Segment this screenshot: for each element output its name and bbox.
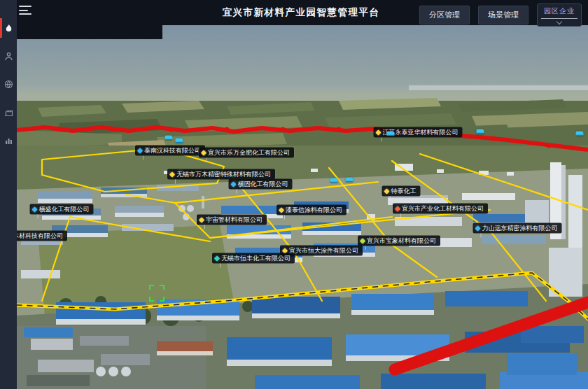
company-label[interactable]: 横盛化工有限公司 <box>30 204 94 215</box>
company-marker-icon <box>279 207 284 213</box>
company-label[interactable]: 宜兴市宝象材料有限公司 <box>358 236 440 246</box>
sidebar <box>0 0 17 389</box>
company-label-text: 宜兴市产业化工材料有限公司 <box>402 206 484 212</box>
company-label[interactable]: 横固化工有限公司 <box>229 179 293 190</box>
company-label[interactable]: 无锡市万木精密特殊材料有限公司 <box>167 169 275 180</box>
company-label-text: 宜兴市宝象材料有限公司 <box>367 238 436 244</box>
vehicle-marker[interactable] <box>176 139 183 143</box>
company-marker-icon <box>214 255 220 261</box>
vehicle-marker[interactable] <box>576 132 584 136</box>
company-marker-icon <box>31 206 37 212</box>
company-marker-icon <box>360 238 365 243</box>
company-label-text: 漆泰信涂料有限公司 <box>286 207 342 213</box>
company-label[interactable]: 宜兴市乐万金肥化工有限公司 <box>199 148 294 158</box>
sidebar-personnel-button[interactable] <box>0 48 17 64</box>
top-bar: 宜兴市新材料产业园智慧管理平台 分区管理 场景管理 园区企业 <box>0 0 588 25</box>
company-label-text: 宜兴市乐万金肥化工有限公司 <box>208 150 290 156</box>
chevron-down-icon <box>556 19 562 24</box>
globe-icon <box>4 80 13 89</box>
vehicle-marker[interactable] <box>477 129 484 134</box>
dropdown-label: 园区企业 <box>544 6 575 16</box>
company-label[interactable]: 泰南汉科技有限公司 <box>135 146 205 156</box>
company-label[interactable]: 宇宙管材料有限公司 <box>197 215 267 225</box>
factory-icon <box>4 108 13 117</box>
scene-management-button[interactable]: 场景管理 <box>478 6 528 24</box>
company-label[interactable]: 无锡市恒丰化工有限公司 <box>212 253 295 264</box>
company-label-text: 横固化工有限公司 <box>238 181 288 188</box>
app-root: 泰南汉科技有限公司宜兴市乐万金肥化工有限公司无锡市万木精密特殊材料有限公司横固化… <box>0 0 588 389</box>
company-label[interactable]: 特泰化工 <box>382 186 421 197</box>
topbar-actions: 分区管理 场景管理 园区企业 <box>419 3 582 27</box>
company-marker-icon <box>230 181 236 187</box>
company-marker-icon <box>137 148 143 153</box>
company-label-text: 无锡市恒丰化工有限公司 <box>221 255 290 262</box>
page-title: 宜兴市新材料产业园智慧管理平台 <box>223 0 380 25</box>
sidebar-fire-button[interactable] <box>0 20 17 36</box>
company-label-text: 泰南汉科技有限公司 <box>144 148 201 154</box>
vehicle-marker[interactable] <box>387 132 395 136</box>
company-marker-icon <box>384 188 389 194</box>
company-label[interactable]: 宜兴市产业化工材料有限公司 <box>393 204 488 214</box>
company-marker-icon <box>375 129 381 135</box>
menu-button[interactable] <box>19 5 31 15</box>
user-icon <box>4 52 13 61</box>
park-enterprise-dropdown[interactable]: 园区企业 <box>537 3 582 27</box>
company-label[interactable]: 力山远东精密涂料有限公司 <box>473 223 562 234</box>
company-marker-icon <box>475 225 480 231</box>
sidebar-globe-button[interactable] <box>0 76 17 92</box>
company-marker-icon <box>169 171 175 177</box>
company-marker-icon <box>201 150 206 155</box>
zone-management-button[interactable]: 分区管理 <box>419 6 470 24</box>
sidebar-enterprise-button[interactable] <box>0 104 17 120</box>
vehicle-marker[interactable] <box>346 178 354 183</box>
company-label-text: 力山远东精密涂料有限公司 <box>482 225 558 232</box>
company-marker-icon <box>395 206 400 211</box>
flame-icon <box>4 24 13 33</box>
company-label-text: 宇宙管材料有限公司 <box>206 217 262 223</box>
vehicle-marker[interactable] <box>165 136 173 141</box>
company-label-text: 横盛化工有限公司 <box>39 206 90 213</box>
company-label-text: 特泰化工 <box>391 188 416 194</box>
sidebar-statistics-button[interactable] <box>0 132 17 148</box>
company-label-text: 无锡市万木精密特殊材料有限公司 <box>176 171 271 178</box>
vehicle-marker[interactable] <box>330 178 338 183</box>
menu-icon <box>19 6 31 7</box>
bar-chart-icon <box>4 136 13 145</box>
company-marker-icon <box>199 217 204 222</box>
company-label-text: 宜兴市恒大涂件有限公司 <box>289 248 358 254</box>
company-label[interactable]: 漆泰信涂料有限公司 <box>276 205 346 215</box>
